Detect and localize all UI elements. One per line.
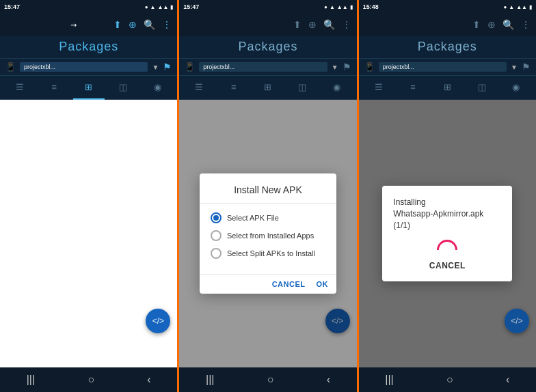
install-apk-dialog: Install New APK Select APK File Select f… <box>200 173 336 294</box>
installing-text: InstallingWhatsapp-Apkmirror.apk(1/1) <box>393 197 501 231</box>
bottom-nav-3: ||| ○ ‹ <box>359 367 536 392</box>
project-bar-1[interactable]: 📱 projectxbl... ▼ ⚑ <box>0 58 177 75</box>
screen-2: 15:47 ● ▲ ▲▲ ▮ ⬆ ⊕ 🔍 ⋮ Packages 📱 projec… <box>179 0 358 392</box>
nav-recent-1[interactable]: ||| <box>27 374 35 386</box>
app-title-3: Packages <box>359 40 536 54</box>
tab-grid-2[interactable]: ⊞ <box>252 76 284 100</box>
tab-camera-3[interactable]: ◉ <box>500 76 532 100</box>
battery-icon-2: ▮ <box>350 4 353 10</box>
dropdown-arrow-1[interactable]: ▼ <box>152 64 159 71</box>
more-vert-icon-3[interactable]: ⋮ <box>521 19 531 30</box>
notif-icon: ● <box>145 4 148 10</box>
app-header-1: ↗ ⬆ ⊕ 🔍 ⋮ <box>0 14 177 36</box>
wifi-icon: ▲ <box>150 4 156 10</box>
device-icon-1: 📱 <box>5 62 16 72</box>
wifi-icon-2: ▲ <box>330 4 335 10</box>
battery-icon: ▮ <box>170 4 173 10</box>
radio-option-2[interactable]: Select from Installed Apps <box>211 230 325 241</box>
radio-label-1: Select APK File <box>227 214 279 222</box>
nav-back-3[interactable]: ‹ <box>506 374 509 386</box>
more-vert-icon[interactable]: ⋮ <box>162 19 172 30</box>
tab-camera-2[interactable]: ◉ <box>321 76 352 100</box>
nav-home-2[interactable]: ○ <box>267 374 274 386</box>
nav-back-1[interactable]: ‹ <box>147 374 150 386</box>
radio-circle-2 <box>211 230 222 241</box>
flag-icon-1: ⚑ <box>163 61 172 72</box>
project-bar-2[interactable]: 📱 projectxbl... ▼ ⚑ <box>179 58 356 75</box>
radio-option-1[interactable]: Select APK File <box>211 212 325 223</box>
add-circle-icon-2[interactable]: ⊕ <box>308 19 317 30</box>
share-icon-2[interactable]: ⬆ <box>293 19 302 30</box>
cancel-button-3[interactable]: CANCEL <box>393 261 501 270</box>
app-header-2: ⬆ ⊕ 🔍 ⋮ <box>179 14 356 36</box>
app-title-1: Packages <box>0 40 177 54</box>
time-3: 15:48 <box>363 3 379 10</box>
tab-bar-3: ☰ ≡ ⊞ ◫ ◉ <box>359 75 536 100</box>
status-bar-3: 15:48 ● ▲ ▲▲ ▮ <box>359 0 536 14</box>
status-icons-3: ● ▲ ▲▲ ▮ <box>503 4 532 10</box>
signal-icon-2: ▲▲ <box>337 4 348 10</box>
fab-icon-1: </> <box>152 316 164 326</box>
flag-icon-3: ⚑ <box>522 61 531 72</box>
content-area-1: </> <box>0 100 177 367</box>
radio-label-3: Select Split APKs to Install <box>227 249 315 257</box>
add-circle-icon[interactable]: ⊕ <box>129 19 137 30</box>
signal-icon: ▲▲ <box>157 4 168 10</box>
ok-button-2[interactable]: OK <box>316 280 328 288</box>
time-1: 15:47 <box>4 3 20 10</box>
tab-menu-1[interactable]: ☰ <box>4 76 36 100</box>
status-icons-1: ● ▲ ▲▲ ▮ <box>145 4 174 10</box>
nav-recent-3[interactable]: ||| <box>385 374 393 386</box>
battery-icon-3: ▮ <box>529 4 532 10</box>
radio-circle-1 <box>211 212 222 223</box>
tab-menu-3[interactable]: ☰ <box>363 76 394 100</box>
notif-icon-2: ● <box>324 4 327 10</box>
dialog-content-2: Select APK File Select from Installed Ap… <box>200 204 336 274</box>
status-bar-1: 15:47 ● ▲ ▲▲ ▮ <box>0 0 177 14</box>
project-name-3: projectxbl... <box>379 62 507 72</box>
cancel-button-2[interactable]: CANCEL <box>272 280 306 288</box>
add-circle-icon-3[interactable]: ⊕ <box>487 19 496 30</box>
tab-camera-1[interactable]: ◉ <box>142 76 173 100</box>
tab-panel-2[interactable]: ◫ <box>286 76 318 100</box>
device-icon-3: 📱 <box>364 62 375 72</box>
project-name-1: projectxbl... <box>20 62 148 72</box>
installing-progress <box>393 240 501 250</box>
tab-panel-3[interactable]: ◫ <box>466 76 497 100</box>
dropdown-arrow-2[interactable]: ▼ <box>332 64 338 71</box>
tab-list-1[interactable]: ≡ <box>38 76 70 100</box>
nav-home-3[interactable]: ○ <box>446 374 453 386</box>
tab-list-2[interactable]: ≡ <box>218 76 250 100</box>
share-icon-3[interactable]: ⬆ <box>472 19 481 30</box>
dialog-overlay-2: Install New APK Select APK File Select f… <box>179 100 356 367</box>
project-name-2: projectxbl... <box>199 62 327 72</box>
share-icon[interactable]: ⬆ <box>113 19 122 30</box>
radio-option-3[interactable]: Select Split APKs to Install <box>211 248 325 259</box>
dropdown-arrow-3[interactable]: ▼ <box>511 64 518 71</box>
dialog-overlay-3: InstallingWhatsapp-Apkmirror.apk(1/1) CA… <box>359 100 536 367</box>
tab-panel-1[interactable]: ◫ <box>107 76 139 100</box>
content-area-2: Install New APK Select APK File Select f… <box>179 100 356 367</box>
status-icons-2: ● ▲ ▲▲ ▮ <box>324 4 353 10</box>
tab-bar-1: ☰ ≡ ⊞ ◫ ◉ <box>0 75 177 100</box>
nav-back-2[interactable]: ‹ <box>327 374 330 386</box>
screen-3: 15:48 ● ▲ ▲▲ ▮ ⬆ ⊕ 🔍 ⋮ Packages 📱 projec… <box>359 0 536 392</box>
wifi-icon-3: ▲ <box>509 4 514 10</box>
status-bar-2: 15:47 ● ▲ ▲▲ ▮ <box>179 0 356 14</box>
search-icon[interactable]: 🔍 <box>144 19 155 30</box>
screen-1: 15:47 ● ▲ ▲▲ ▮ ↗ ⬆ ⊕ 🔍 ⋮ Packages 📱 proj… <box>0 0 179 392</box>
tab-grid-1[interactable]: ⊞ <box>73 76 105 100</box>
search-icon-3[interactable]: 🔍 <box>502 19 514 30</box>
project-bar-3[interactable]: 📱 projectxbl... ▼ ⚑ <box>359 58 536 75</box>
more-vert-icon-2[interactable]: ⋮ <box>342 19 351 30</box>
nav-home-1[interactable]: ○ <box>88 374 94 386</box>
fab-1[interactable]: </> <box>146 309 170 333</box>
nav-recent-2[interactable]: ||| <box>206 374 214 386</box>
title-bar-2: Packages <box>179 36 356 58</box>
tab-list-3[interactable]: ≡ <box>397 76 429 100</box>
search-icon-2[interactable]: 🔍 <box>323 19 335 30</box>
bottom-nav-1: ||| ○ ‹ <box>0 367 177 392</box>
tab-menu-2[interactable]: ☰ <box>183 76 215 100</box>
tab-grid-3[interactable]: ⊞ <box>431 76 463 100</box>
radio-circle-3 <box>211 248 222 259</box>
